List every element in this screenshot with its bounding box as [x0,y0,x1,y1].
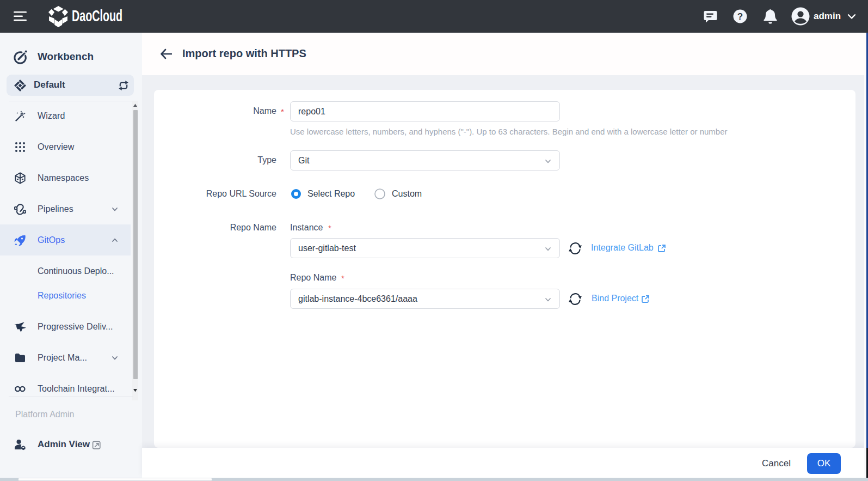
svg-text:?: ? [737,11,743,22]
